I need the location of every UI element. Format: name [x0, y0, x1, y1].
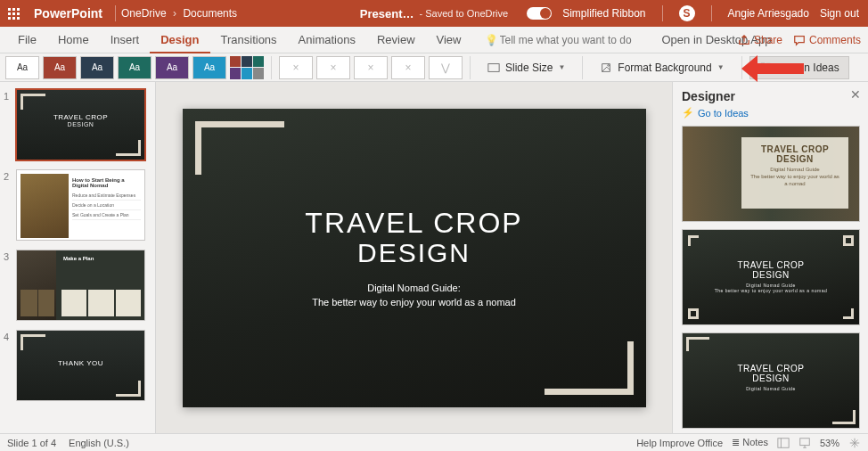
- theme-thumb-3[interactable]: Aa: [80, 56, 114, 79]
- slideshow-view-icon[interactable]: [798, 437, 811, 449]
- slide-thumb-3[interactable]: Make a Plan: [16, 250, 145, 321]
- design-idea-3[interactable]: TRAVEL CROPDESIGNDigital Nomad Guide: [682, 332, 860, 429]
- skype-icon[interactable]: S: [679, 5, 695, 21]
- thumb-number: 1: [4, 89, 12, 160]
- theme-thumb-1[interactable]: Aa: [5, 56, 39, 79]
- slide-title-line1[interactable]: TRAVEL CROP: [183, 207, 646, 240]
- tab-review[interactable]: Review: [366, 27, 426, 53]
- current-slide[interactable]: TRAVEL CROP DESIGN Digital Nomad Guide:T…: [183, 109, 646, 407]
- chevron-right-icon: ›: [173, 7, 176, 20]
- slide-thumb-4[interactable]: THANK YOU: [16, 330, 145, 401]
- comments-button[interactable]: Comments: [793, 34, 861, 46]
- designer-title: Designer: [682, 89, 859, 103]
- theme-thumb-6[interactable]: Aa: [192, 56, 226, 79]
- thumb-number: 3: [4, 250, 12, 321]
- tab-file[interactable]: File: [7, 27, 47, 53]
- tab-insert[interactable]: Insert: [100, 27, 151, 53]
- separator: [115, 5, 116, 21]
- theme-thumb-4[interactable]: Aa: [118, 56, 151, 79]
- slide-thumb-2[interactable]: How to Start Being a Digital Nomad Reduc…: [16, 169, 145, 241]
- design-ideas-icon: [759, 62, 772, 74]
- tab-view[interactable]: View: [426, 27, 472, 53]
- svg-rect-5: [778, 438, 789, 447]
- ribbon: Aa Aa Aa Aa Aa Aa × × × × ⋁ Slide Size▼ …: [0, 53, 868, 82]
- variant-thumb-4[interactable]: ×: [391, 56, 425, 79]
- slide-canvas-area[interactable]: TRAVEL CROP DESIGN Digital Nomad Guide:T…: [156, 82, 672, 433]
- thumb-number: 2: [4, 169, 12, 241]
- title-bar: PowerPoint OneDrive › Documents Present……: [0, 0, 868, 27]
- app-launcher-icon[interactable]: [0, 0, 27, 27]
- user-name[interactable]: Angie Arriesgado: [728, 7, 809, 20]
- svg-rect-3: [760, 68, 764, 71]
- svg-rect-2: [766, 62, 769, 66]
- variant-more-button[interactable]: ⋁: [429, 56, 463, 79]
- share-button[interactable]: Share: [738, 34, 782, 46]
- format-background-icon: [600, 62, 612, 74]
- separator: [271, 56, 272, 79]
- slide-counter[interactable]: Slide 1 of 4: [7, 438, 56, 448]
- separator: [741, 56, 742, 79]
- design-idea-1[interactable]: TRAVEL CROPDESIGNDigital Nomad GuideThe …: [682, 126, 860, 222]
- simplified-ribbon-toggle[interactable]: [527, 7, 552, 20]
- fit-to-window-icon[interactable]: [848, 437, 861, 449]
- slide-subtitle[interactable]: Digital Nomad Guide:The better way to en…: [183, 281, 646, 310]
- bulb-icon: 💡: [485, 34, 498, 46]
- menu-tabs: File Home Insert Design Transitions Anim…: [0, 27, 868, 53]
- slide-title-line2[interactable]: DESIGN: [183, 238, 646, 268]
- separator: [470, 56, 471, 79]
- slide-thumb-1[interactable]: TRAVEL CROPDESIGN: [16, 89, 145, 160]
- format-background-button[interactable]: Format Background▼: [590, 56, 733, 79]
- variant-thumb-3[interactable]: ×: [354, 56, 388, 79]
- tab-transitions[interactable]: Transitions: [210, 27, 288, 53]
- title-center: Present… - Saved to OneDrive: [360, 7, 508, 20]
- design-idea-2[interactable]: TRAVEL CROPDESIGNDigital Nomad GuideThe …: [682, 229, 860, 325]
- sign-out-link[interactable]: Sign out: [820, 7, 859, 20]
- breadcrumb[interactable]: OneDrive › Documents: [121, 7, 237, 20]
- theme-thumb-5[interactable]: Aa: [155, 56, 189, 79]
- svg-rect-1: [760, 62, 764, 66]
- slide-thumbnail-panel[interactable]: 1 TRAVEL CROPDESIGN 2 How to Start Being…: [0, 82, 156, 433]
- variant-thumb-1[interactable]: ×: [279, 56, 313, 79]
- workspace: 1 TRAVEL CROPDESIGN 2 How to Start Being…: [0, 82, 868, 433]
- theme-more-button[interactable]: [230, 56, 264, 79]
- variant-thumb-2[interactable]: ×: [316, 56, 350, 79]
- status-bar: Slide 1 of 4 English (U.S.) Help Improve…: [0, 433, 868, 451]
- zoom-level[interactable]: 53%: [820, 438, 839, 448]
- slide-size-button[interactable]: Slide Size▼: [478, 56, 575, 79]
- breadcrumb-location2[interactable]: Documents: [183, 7, 237, 20]
- slide-size-icon: [487, 62, 500, 74]
- thumb-number: 4: [4, 330, 12, 401]
- separator: [711, 5, 712, 21]
- app-name: PowerPoint: [27, 6, 110, 20]
- design-ideas-button[interactable]: Design Ideas: [749, 56, 849, 79]
- breadcrumb-location1[interactable]: OneDrive: [121, 7, 167, 20]
- language-status[interactable]: English (U.S.): [69, 438, 129, 448]
- theme-thumb-2[interactable]: Aa: [43, 56, 77, 79]
- svg-rect-4: [766, 68, 769, 71]
- file-name[interactable]: Present…: [360, 7, 414, 20]
- separator: [582, 56, 583, 79]
- separator: [662, 5, 663, 21]
- help-improve-link[interactable]: Help Improve Office: [636, 438, 723, 448]
- tell-me-input[interactable]: [500, 34, 643, 46]
- simplified-ribbon-label: Simplified Ribbon: [562, 7, 645, 20]
- tab-animations[interactable]: Animations: [288, 27, 366, 53]
- tab-design[interactable]: Design: [150, 27, 209, 53]
- notes-button[interactable]: ≣ Notes: [732, 437, 768, 448]
- normal-view-icon[interactable]: [777, 437, 790, 449]
- close-panel-icon[interactable]: ✕: [850, 87, 861, 102]
- tab-home[interactable]: Home: [47, 27, 100, 53]
- save-status: - Saved to OneDrive: [420, 8, 509, 19]
- svg-rect-7: [800, 438, 810, 445]
- designer-panel: ✕ Designer Go to Ideas TRAVEL CROPDESIGN…: [672, 82, 868, 433]
- go-to-ideas-link[interactable]: Go to Ideas: [682, 107, 859, 119]
- svg-rect-0: [488, 63, 499, 71]
